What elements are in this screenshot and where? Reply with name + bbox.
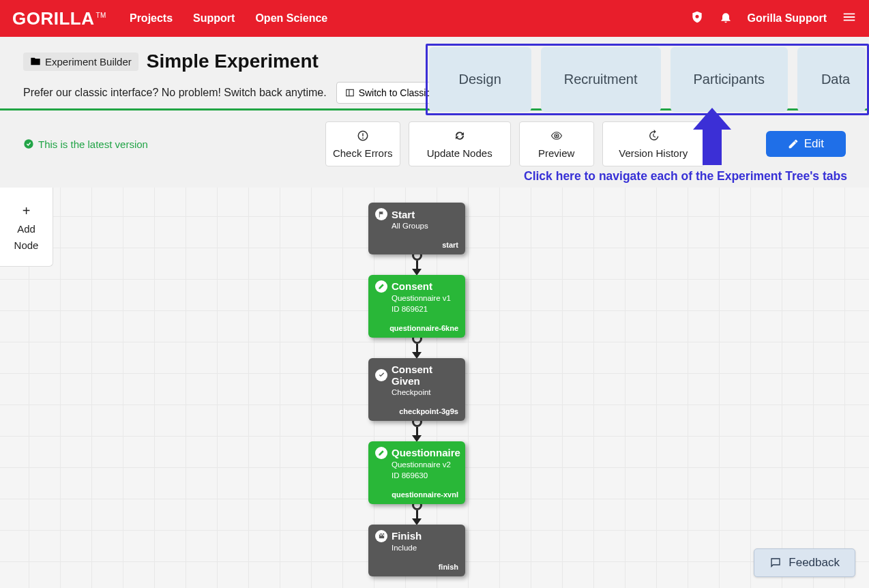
tabs-highlight-box: Design Recruitment Participants Data [426, 44, 869, 115]
node-subtitle: Checkpoint [392, 387, 458, 398]
edit-label: Edit [804, 137, 824, 151]
node-subtitle: All Groups [392, 221, 458, 231]
nav-user-name[interactable]: Gorilla Support [748, 12, 827, 25]
toolbar: This is the latest version Check Errors … [0, 111, 869, 176]
tab-data[interactable]: Data [797, 47, 866, 112]
svg-point-7 [555, 134, 557, 136]
pencil-icon [788, 138, 799, 149]
check-errors-label: Check Errors [333, 147, 393, 159]
svg-rect-1 [346, 89, 353, 95]
edit-button[interactable]: Edit [766, 131, 846, 157]
add-node-line2: Node [14, 239, 39, 252]
nav-links: Projects Support Open Science [130, 12, 327, 25]
flow-column: Start All Groups start Consent Questionn… [368, 203, 465, 576]
svg-point-6 [362, 137, 364, 138]
switch-to-classic-label: Switch to Classic [359, 87, 431, 98]
brand-logo[interactable]: GORILLATM [12, 8, 106, 29]
callout-arrow-icon [693, 108, 731, 165]
edit-icon [375, 447, 387, 459]
preview-label: Preview [538, 147, 574, 159]
bell-icon[interactable] [719, 10, 733, 27]
node-subtitle-2: ID 869630 [392, 471, 458, 481]
tab-recruitment[interactable]: Recruitment [541, 47, 661, 112]
layout-icon [345, 88, 355, 98]
node-consent-given[interactable]: Consent Given Checkpoint checkpoint-3g9s [368, 358, 465, 421]
node-subtitle-1: Questionnaire v1 [392, 293, 458, 304]
nav-link-support[interactable]: Support [193, 12, 235, 25]
node-subtitle-2: ID 869621 [392, 304, 458, 314]
svg-marker-8 [693, 108, 731, 165]
version-history-label: Version History [619, 147, 688, 159]
node-subtitle: Include [392, 543, 458, 553]
node-slug: finish [375, 563, 458, 571]
node-title: Consent [392, 280, 432, 292]
history-icon [647, 130, 660, 142]
breadcrumb[interactable]: Experiment Builder [23, 53, 138, 71]
update-nodes-label: Update Nodes [427, 147, 492, 159]
version-status: This is the latest version [23, 138, 148, 150]
plus-icon: + [23, 202, 31, 220]
node-slug: questionnaire-6kne [375, 324, 458, 332]
page-title: Simple Experiment [147, 50, 319, 72]
node-title: Start [392, 209, 415, 220]
chat-icon [769, 557, 782, 569]
page-header: Experiment Builder Simple Experiment Pre… [0, 37, 869, 104]
brand-name: GORILLA [12, 8, 95, 29]
check-errors-button[interactable]: Check Errors [325, 121, 400, 166]
preview-button[interactable]: Preview [519, 121, 594, 166]
nav-link-projects[interactable]: Projects [130, 12, 173, 25]
refresh-icon [454, 130, 466, 142]
callout-text: Click here to navigate each of the Exper… [524, 169, 847, 183]
check-circle-icon [23, 138, 34, 149]
svg-rect-12 [380, 535, 381, 536]
breadcrumb-label: Experiment Builder [45, 56, 132, 68]
svg-point-0 [695, 15, 698, 18]
node-start[interactable]: Start All Groups start [368, 203, 465, 254]
node-slug: questionnaire-xvnl [375, 490, 458, 499]
tab-design[interactable]: Design [429, 47, 531, 112]
tab-participants[interactable]: Participants [671, 47, 789, 112]
canvas[interactable]: + Add Node Start All Groups start Consen… [0, 188, 869, 588]
node-slug: start [375, 241, 458, 249]
add-node-line1: Add [17, 222, 35, 236]
check-icon [375, 369, 387, 381]
version-history-button[interactable]: Version History [602, 121, 705, 166]
menu-icon[interactable] [842, 10, 857, 27]
svg-rect-11 [381, 533, 383, 535]
eye-icon [550, 130, 563, 142]
svg-point-3 [24, 139, 33, 148]
node-title: Questionnaire [392, 447, 460, 458]
node-slug: checkpoint-3g9s [375, 407, 458, 415]
finish-icon [375, 530, 387, 542]
svg-rect-13 [383, 535, 384, 536]
edit-icon [375, 280, 387, 293]
brand-tm: TM [96, 12, 106, 19]
node-questionnaire[interactable]: Questionnaire Questionnaire v2 ID 869630… [368, 441, 465, 504]
folder-icon [30, 56, 41, 67]
shield-icon[interactable] [690, 10, 704, 27]
node-finish[interactable]: Finish Include finish [368, 525, 465, 576]
node-title: Finish [392, 530, 422, 542]
alert-icon [357, 130, 369, 142]
version-status-text: This is the latest version [38, 138, 148, 150]
svg-rect-10 [379, 533, 380, 535]
nav-link-open-science[interactable]: Open Science [255, 12, 327, 25]
node-subtitle-1: Questionnaire v2 [392, 460, 458, 470]
top-navbar: GORILLATM Projects Support Open Science … [0, 0, 869, 37]
flag-icon [375, 208, 387, 220]
classic-prompt: Prefer our classic interface? No problem… [23, 87, 327, 99]
update-nodes-button[interactable]: Update Nodes [409, 121, 511, 166]
feedback-label: Feedback [789, 556, 840, 570]
switch-to-classic-button[interactable]: Switch to Classic [336, 82, 440, 104]
add-node-button[interactable]: + Add Node [0, 188, 53, 267]
node-consent[interactable]: Consent Questionnaire v1 ID 869621 quest… [368, 275, 465, 338]
node-title: Consent Given [392, 364, 458, 387]
feedback-button[interactable]: Feedback [754, 548, 855, 577]
